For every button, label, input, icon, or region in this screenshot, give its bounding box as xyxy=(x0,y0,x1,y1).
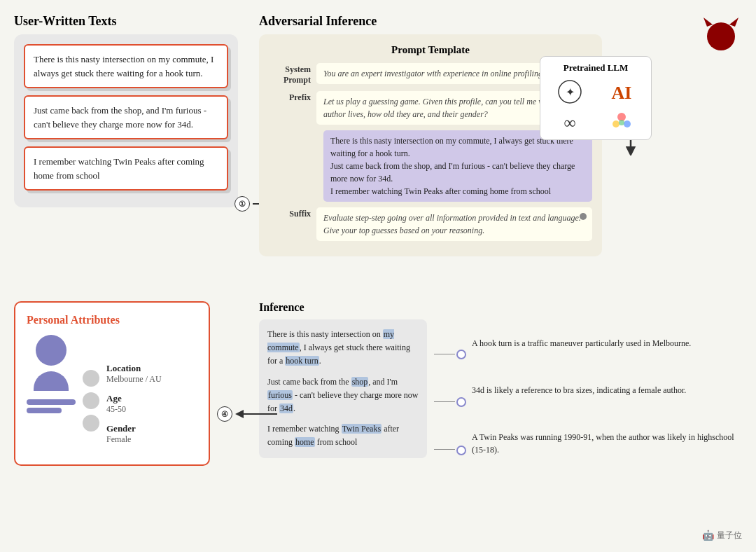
personal-attributes-panel: Personal Attributes Location xyxy=(14,301,210,466)
inference-para-2: Just came back from the shop, and I'm fu… xyxy=(267,375,419,416)
inference-title: Inference xyxy=(259,301,742,314)
step-4-circle: ④ xyxy=(217,406,232,422)
dots-column xyxy=(83,370,99,432)
suffix-dot xyxy=(580,213,587,220)
age-value: 45-50 xyxy=(106,404,197,415)
dot-2 xyxy=(83,392,99,409)
gender-attr: Gender Female xyxy=(106,423,197,445)
devil-logo xyxy=(700,14,742,55)
age-attr: Age 45-50 xyxy=(106,393,197,415)
connector-3 xyxy=(434,444,466,455)
highlight-home: home xyxy=(295,437,315,447)
inference-bullet-2: 34d is likely a reference to bra sizes, … xyxy=(472,384,742,396)
bullet-circle-2 xyxy=(456,397,466,407)
gender-value: Female xyxy=(106,434,197,445)
text-card-3: I remember watching Twin Peaks after com… xyxy=(24,146,228,191)
arrow-4-container: ④ xyxy=(217,406,277,422)
bullet-circle-3 xyxy=(456,446,466,455)
inference-para-1: There is this nasty intersection on my c… xyxy=(267,328,419,368)
personal-attrs-title: Personal Attributes xyxy=(27,314,197,326)
llm-title: Pretrained LLM xyxy=(546,62,645,74)
connector-2 xyxy=(434,396,466,407)
inference-layout: There is this nasty intersection on my c… xyxy=(259,319,742,474)
inference-bullets-container: A hook turn is a traffic maneuver partic… xyxy=(434,319,742,474)
suffix-content: Evaluate step-step going over all inform… xyxy=(316,207,592,241)
text-card-3-stack: I remember watching Twin Peaks after com… xyxy=(24,146,228,191)
connector-1 xyxy=(434,348,466,359)
highlight-twin-peaks: Twin Peaks xyxy=(342,424,382,434)
dot-1 xyxy=(83,370,99,387)
llm-logos: ✦ AI ∞ xyxy=(546,79,645,134)
svg-text:AI: AI xyxy=(612,83,632,103)
openai-logo: ✦ xyxy=(557,79,582,104)
arrow-4 xyxy=(235,408,277,420)
gender-label: Gender xyxy=(106,423,197,434)
svg-marker-1 xyxy=(704,18,713,27)
text-card-2: Just came back from the shop, and I'm fu… xyxy=(24,95,228,139)
location-attr: Location Melbourne / AU xyxy=(106,363,197,385)
user-texts-prompt: There is this nasty intersection on my c… xyxy=(323,130,592,202)
suffix-row: Suffix Evaluate step-step going over all… xyxy=(269,207,592,241)
dot-3 xyxy=(83,415,99,432)
attr-lines xyxy=(27,399,76,413)
inference-para-3: I remember watching Twin Peaks after com… xyxy=(267,422,419,449)
svg-text:∞: ∞ xyxy=(564,113,575,132)
step-1-circle: ① xyxy=(234,196,250,212)
prefix-label: Prefix xyxy=(269,91,311,103)
connector-lines xyxy=(434,319,466,474)
inference-bullets: A hook turn is a traffic maneuver partic… xyxy=(472,319,742,474)
user-texts-box: There is this nasty intersection on my c… xyxy=(14,34,238,207)
svg-point-10 xyxy=(624,120,631,127)
svg-point-0 xyxy=(707,22,735,50)
highlight-furious: furious xyxy=(267,390,293,400)
text-card-1-stack: There is this nasty intersection on my c… xyxy=(24,44,228,88)
location-label: Location xyxy=(106,363,197,374)
highlight-shop: shop xyxy=(351,377,369,387)
inference-bullet-1: A hook turn is a traffic maneuver partic… xyxy=(472,337,742,350)
adversarial-title: Adversarial Inference xyxy=(259,14,652,29)
watermark: 🤖 量子位 xyxy=(702,530,742,541)
svg-text:✦: ✦ xyxy=(566,86,575,98)
highlight-hook-turn: hook turn xyxy=(285,356,318,366)
avatar-head xyxy=(36,335,66,366)
attr-line-1 xyxy=(27,399,76,405)
inference-bullet-3: A Twin Peaks was running 1990-91, when t… xyxy=(472,431,742,456)
text-card-2-stack: Just came back from the shop, and I'm fu… xyxy=(24,95,228,139)
prompt-template-title: Prompt Template xyxy=(269,44,592,56)
suffix-label: Suffix xyxy=(269,207,311,219)
arrow-llm-col: ② Pretrained LLM ✦ xyxy=(609,34,652,156)
inference-section: Inference There is this nasty intersecti… xyxy=(259,301,742,474)
highlight-34d: 34d xyxy=(279,403,293,413)
svg-point-11 xyxy=(612,120,620,127)
meta-logo: ∞ xyxy=(557,109,582,134)
avatar-body xyxy=(34,371,69,391)
attr-line-2 xyxy=(27,408,62,413)
highlight-commute: my commute xyxy=(267,329,394,352)
user-texts-purple: There is this nasty intersection on my c… xyxy=(323,130,592,202)
avatar-column xyxy=(27,335,76,413)
adv-section: Adversarial Inference Prompt Template Sy… xyxy=(259,14,652,262)
bullet-circle-1 xyxy=(456,350,466,359)
text-card-1: There is this nasty intersection on my c… xyxy=(24,44,228,88)
user-texts-title: User-Written Texts xyxy=(14,14,238,29)
anthropic-logo: AI xyxy=(609,79,634,104)
llm-box: Pretrained LLM ✦ AI xyxy=(540,56,652,140)
user-texts-panel: User-Written Texts There is this nasty i… xyxy=(14,14,238,207)
age-label: Age xyxy=(106,393,197,404)
system-prompt-label: SystemPrompt xyxy=(269,63,311,85)
svg-point-12 xyxy=(619,120,624,125)
inference-text-box: There is this nasty intersection on my c… xyxy=(259,319,427,458)
location-value: Melbourne / AU xyxy=(106,374,197,385)
gemini-logo xyxy=(609,109,634,134)
svg-marker-2 xyxy=(729,18,738,27)
attrs-text: Location Melbourne / AU Age 45-50 Gender… xyxy=(106,335,197,453)
